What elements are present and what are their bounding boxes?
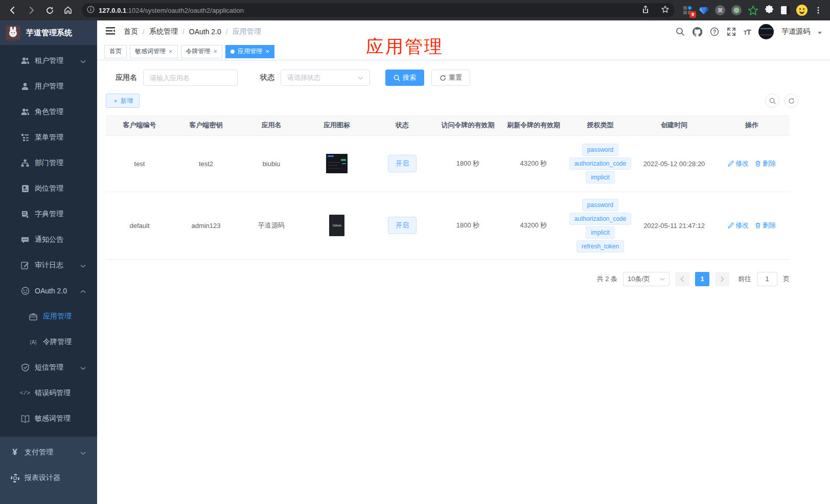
roles-icon — [20, 107, 30, 117]
refresh-icon — [788, 98, 795, 104]
toggle-search-button[interactable] — [765, 94, 779, 108]
sidebar-item-audit-log[interactable]: 审计日志 — [0, 253, 97, 278]
bookmark-star-icon[interactable] — [661, 5, 670, 16]
sidebar-item-oauth2[interactable]: OAuth 2.0 — [0, 278, 97, 304]
sidebar-item-oauth2-application[interactable]: 应用管理 — [0, 304, 97, 329]
extension-command-icon[interactable]: ⌘ — [713, 4, 727, 17]
delete-button[interactable]: 删除 — [755, 159, 776, 168]
share-icon[interactable] — [641, 5, 650, 16]
search-button[interactable]: 搜索 — [385, 70, 424, 86]
fullscreen-icon[interactable] — [727, 27, 736, 36]
close-icon[interactable]: × — [214, 48, 218, 55]
help-icon[interactable]: ? — [710, 27, 719, 36]
sidebar-item-sensitive-word[interactable]: 敏感词管理 — [0, 406, 97, 431]
app-name-input[interactable] — [143, 70, 238, 86]
cell-status: 开启 — [370, 192, 435, 259]
next-page-button[interactable] — [715, 272, 729, 286]
forward-icon[interactable] — [24, 3, 39, 18]
chevron-left-icon — [680, 276, 684, 282]
breadcrumb-home[interactable]: 首页 — [124, 27, 138, 36]
tab-application[interactable]: 应用管理 × — [225, 45, 274, 58]
browser-menu-icon[interactable] — [812, 4, 825, 17]
sidebar-item-sms[interactable]: 短信管理 — [0, 355, 97, 380]
sidebar-item-payment[interactable]: ¥ 支付管理 — [0, 440, 97, 465]
username[interactable]: 芋道源码 — [781, 27, 810, 36]
page-size-select[interactable]: 10条/页 — [623, 272, 670, 286]
delete-button[interactable]: 删除 — [755, 221, 776, 230]
sidepanel-icon[interactable] — [779, 4, 792, 17]
sidebar-item-role[interactable]: 角色管理 — [0, 99, 97, 125]
sidebar-item-dict[interactable]: 字典管理 — [0, 201, 97, 227]
edit-button[interactable]: 修改 — [728, 221, 749, 230]
sidebar-item-menu[interactable]: 菜单管理 — [0, 125, 97, 150]
close-icon[interactable]: × — [265, 48, 269, 55]
tab-token[interactable]: 令牌管理 × — [181, 45, 223, 58]
sidebar: 芋道管理系统 租户管理 用户管理 角色管理 菜单管理 — [0, 20, 97, 504]
logo-bar[interactable]: 芋道管理系统 — [0, 20, 97, 45]
collapse-sidebar-icon[interactable] — [105, 27, 116, 37]
address-bar[interactable]: 127.0.0.1:1024/system/oauth2/oauth2/appl… — [82, 3, 675, 17]
browser-chrome: 127.0.0.1:1024/system/oauth2/oauth2/appl… — [0, 0, 830, 20]
search-icon[interactable] — [676, 27, 685, 36]
col-grant-types: 授权类型 — [566, 115, 634, 135]
sidebar-item-error-code[interactable]: </> 错误码管理 — [0, 380, 97, 406]
chevron-down-icon — [660, 278, 665, 281]
tab-sensitive-word[interactable]: 敏感词管理 × — [130, 45, 178, 58]
goto-page-input[interactable] — [757, 272, 777, 286]
cell-secret: test2 — [173, 135, 239, 192]
chevron-up-icon — [80, 286, 86, 295]
refresh-icon — [440, 75, 446, 81]
table-toolbar: ＋ 新增 — [106, 94, 830, 108]
grant-tag: refresh_token — [577, 240, 624, 253]
breadcrumb-oauth2[interactable]: OAuth 2.0 — [189, 28, 221, 36]
home-icon[interactable] — [60, 3, 76, 18]
profile-avatar-icon[interactable] — [795, 4, 809, 17]
col-app-icon: 应用图标 — [304, 115, 370, 135]
extension-gem-icon[interactable] — [697, 4, 710, 17]
back-icon[interactable] — [5, 3, 20, 18]
font-size-icon[interactable]: TT — [744, 28, 751, 36]
sidebar-item-dept[interactable]: 部门管理 — [0, 150, 97, 176]
cell-created: 2022-05-12 00:28:20 — [634, 135, 714, 192]
app-name-label: 应用名 — [116, 73, 137, 82]
svg-text:⌘: ⌘ — [718, 7, 723, 13]
user-menu-caret-icon[interactable] — [818, 32, 822, 34]
site-info-icon[interactable] — [87, 6, 95, 15]
extension-badge: 9 — [689, 11, 696, 18]
refresh-table-button[interactable] — [784, 94, 798, 108]
extensions-puzzle-icon[interactable] — [763, 4, 776, 17]
page-number-current[interactable]: 1 — [695, 272, 709, 286]
github-icon[interactable] — [693, 27, 702, 37]
close-icon[interactable]: × — [169, 48, 173, 55]
col-refresh-ttl: 刷新令牌的有效期 — [501, 115, 566, 135]
add-button[interactable]: ＋ 新增 — [106, 94, 140, 108]
table-row: test test2 biubiu 开启 1800 秒 43200 秒 pass… — [106, 135, 790, 192]
sidebar-item-oauth2-token[interactable]: (A) 令牌管理 — [0, 329, 97, 355]
extension-tag-manager-icon[interactable]: 9 — [681, 4, 694, 17]
cell-actions: 修改 删除 — [714, 192, 790, 259]
chevron-right-icon — [720, 276, 724, 282]
status-select[interactable]: 请选择状态 — [281, 70, 370, 86]
sidebar-item-notice[interactable]: 通知公告 — [0, 227, 97, 253]
extension-recorder-icon[interactable] — [730, 4, 743, 17]
edit-button[interactable]: 修改 — [728, 159, 749, 168]
svg-text:?: ? — [713, 29, 716, 35]
reload-icon[interactable] — [42, 3, 57, 18]
app-title: 芋道管理系统 — [26, 28, 72, 38]
main-area: 首页 / 系统管理 / OAuth 2.0 / 应用管理 ? TT 芋道源码 — [97, 20, 830, 504]
extension-star-icon[interactable] — [746, 4, 759, 17]
sidebar-item-post[interactable]: 岗位管理 — [0, 176, 97, 201]
tab-home[interactable]: 首页 — [104, 45, 127, 58]
prev-page-button[interactable] — [675, 272, 689, 286]
sidebar-item-tenant[interactable]: 租户管理 — [0, 48, 97, 74]
sidebar-item-user[interactable]: 用户管理 — [0, 74, 97, 99]
user-avatar[interactable] — [758, 24, 774, 39]
url-path: :1024/system/oauth2/oauth2/application — [126, 7, 244, 14]
reset-button[interactable]: 重置 — [431, 70, 470, 86]
cell-client-id: default — [106, 192, 173, 259]
sidebar-item-report-designer[interactable]: 报表设计器 — [0, 465, 97, 491]
trash-icon — [755, 222, 761, 228]
trash-icon — [755, 161, 761, 167]
badge-icon — [20, 184, 30, 193]
breadcrumb-system[interactable]: 系统管理 — [149, 27, 178, 36]
